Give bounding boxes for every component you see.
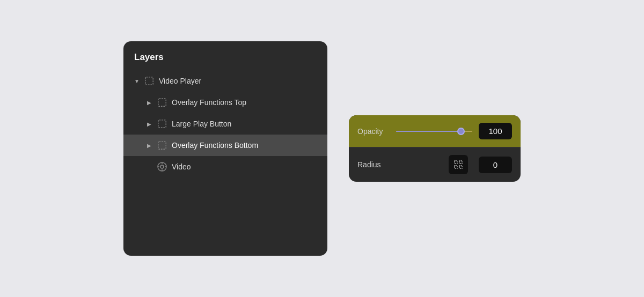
layers-panel: Layers ▼ Video Player▶ Overlay Functions… — [123, 41, 327, 256]
layer-name: Video — [172, 162, 191, 171]
slider-track — [396, 131, 472, 132]
svg-point-5 — [160, 165, 164, 168]
chevron-icon: ▶ — [147, 100, 152, 106]
layer-name: Video Player — [159, 77, 201, 85]
chevron-icon: ▶ — [147, 121, 152, 127]
svg-rect-3 — [158, 142, 166, 149]
svg-rect-12 — [455, 166, 457, 168]
svg-rect-2 — [158, 120, 166, 128]
radius-icon-button[interactable] — [449, 155, 468, 174]
chevron-icon: ▼ — [134, 78, 140, 84]
radius-row: Radius 0 — [349, 147, 521, 182]
layer-item-overlay-functions-bottom[interactable]: ▶ Overlay Functions Bottom — [123, 135, 327, 156]
svg-rect-13 — [459, 166, 462, 168]
layer-item-video-player[interactable]: ▼ Video Player — [123, 70, 327, 92]
opacity-value[interactable]: 100 — [479, 123, 512, 139]
slider-fill — [396, 131, 461, 132]
layers-list: ▼ Video Player▶ Overlay Functions Top▶ L… — [123, 70, 327, 177]
dashed-box-icon — [157, 118, 167, 129]
radius-value[interactable]: 0 — [479, 157, 512, 173]
properties-panel: Opacity 100 Radius 0 — [349, 115, 521, 182]
chevron-icon: ▶ — [147, 143, 152, 148]
layer-item-large-play-button[interactable]: ▶ Large Play Button — [123, 113, 327, 135]
opacity-slider[interactable] — [396, 126, 472, 137]
layer-name: Large Play Button — [172, 120, 231, 128]
layers-panel-title: Layers — [123, 52, 327, 70]
radius-label: Radius — [357, 160, 390, 169]
opacity-row: Opacity 100 — [349, 115, 521, 147]
layer-name: Overlay Functions Bottom — [172, 141, 258, 150]
layer-name: Overlay Functions Top — [172, 98, 246, 107]
svg-rect-10 — [455, 161, 457, 164]
dashed-box-icon — [157, 140, 167, 151]
slider-thumb[interactable] — [457, 128, 465, 135]
svg-rect-1 — [158, 99, 166, 106]
video-icon — [157, 161, 167, 172]
dashed-box-icon — [144, 76, 155, 86]
layer-item-overlay-functions-top[interactable]: ▶ Overlay Functions Top — [123, 92, 327, 113]
dashed-box-icon — [157, 97, 167, 108]
svg-rect-11 — [459, 161, 462, 164]
opacity-label: Opacity — [357, 127, 390, 136]
svg-rect-0 — [145, 77, 153, 85]
layer-item-video[interactable]: Video — [123, 156, 327, 177]
radius-icon — [453, 160, 463, 169]
